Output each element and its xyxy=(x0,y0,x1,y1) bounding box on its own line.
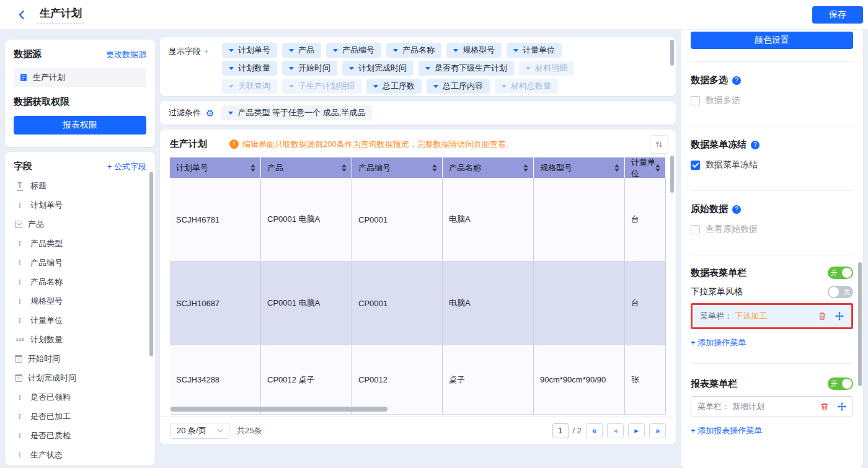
column-sort-icon[interactable] xyxy=(250,164,255,172)
column-sort-icon[interactable] xyxy=(342,164,347,172)
display-field-chip[interactable]: 产品编号 xyxy=(326,43,381,58)
display-field-chip[interactable]: 开始时间 xyxy=(282,61,337,76)
help-icon[interactable] xyxy=(751,141,760,149)
column-sort-icon[interactable] xyxy=(432,164,437,172)
display-field-chip[interactable]: 计划完成时间 xyxy=(342,61,414,76)
checkbox-unchecked[interactable] xyxy=(691,225,700,234)
raw-data-checkbox-row[interactable]: 查看原始数据 xyxy=(691,224,853,235)
table-column-header[interactable]: 计量单位 xyxy=(625,157,666,178)
display-field-chip[interactable]: 计划单号 xyxy=(222,43,277,58)
text-icon xyxy=(15,431,25,441)
checkbox-checked[interactable] xyxy=(691,161,700,170)
delete-icon[interactable] xyxy=(820,402,829,412)
next-page-button[interactable]: ▸ xyxy=(628,423,645,438)
current-page-box[interactable]: 1 xyxy=(552,423,569,438)
divider xyxy=(691,255,853,255)
table-row[interactable]: SCJH34288 CP0012 桌子 CP0012 桌子 90cm*90cm*… xyxy=(170,345,666,415)
display-field-chip[interactable]: 产品名称 xyxy=(386,43,441,58)
help-icon[interactable] xyxy=(732,205,741,214)
display-field-chip[interactable]: 总工序数 xyxy=(366,79,422,94)
display-field-chip[interactable]: 规格型号 xyxy=(446,43,502,58)
field-list-item[interactable]: 产品名称 xyxy=(14,272,146,291)
chips-scrollbar[interactable] xyxy=(670,40,674,66)
menu-freeze-checkbox-row[interactable]: 数据菜单冻结 xyxy=(691,159,853,170)
table-column-header[interactable]: 产品 xyxy=(261,157,352,178)
menu-item-name: 新增计划 xyxy=(732,401,764,412)
field-list-item[interactable]: 是否已质检 xyxy=(14,426,146,445)
add-formula-field-link[interactable]: + 公式字段 xyxy=(107,161,146,172)
last-page-button[interactable]: » xyxy=(649,423,666,438)
checkbox-unchecked[interactable] xyxy=(691,96,700,105)
report-menu-toggle-on[interactable]: 开 xyxy=(828,377,853,390)
report-menu-item-row[interactable]: 菜单栏： 新增计划 xyxy=(691,396,853,417)
add-action-menu-link[interactable]: + 添加操作菜单 xyxy=(691,337,853,348)
table-column-header[interactable]: 规格型号 xyxy=(534,157,625,178)
settings-scrollbar[interactable] xyxy=(858,262,862,386)
field-list-item[interactable]: 产品编号 xyxy=(14,253,146,272)
field-list-item[interactable]: 计划数量 xyxy=(14,330,146,349)
field-list-item[interactable]: 标题 xyxy=(14,176,146,195)
delete-icon[interactable] xyxy=(817,312,826,321)
add-display-field-button[interactable]: + xyxy=(204,46,209,56)
checkbox-label: 数据多选 xyxy=(706,95,740,106)
preview-table: 计划单号 产品 产品编号 产品名称 xyxy=(170,157,666,415)
display-field-chip[interactable]: 是否有下级生产计划 xyxy=(418,61,514,76)
field-list-item[interactable]: 生产状态 xyxy=(14,445,146,464)
color-settings-button[interactable]: 颜色设置 xyxy=(691,32,853,49)
save-button[interactable]: 保存 xyxy=(812,6,863,24)
back-icon[interactable] xyxy=(15,8,29,22)
add-report-action-menu-link[interactable]: + 添加报表操作菜单 xyxy=(691,425,853,436)
table-sort-button[interactable] xyxy=(650,135,668,154)
display-field-chip[interactable]: 材料明细 xyxy=(519,61,574,76)
multi-select-checkbox-row[interactable]: 数据多选 xyxy=(691,95,853,106)
table-row[interactable]: SCJH46781 CP0001 电脑A CP0001 电脑A 台 xyxy=(170,178,666,262)
table-column-header[interactable]: 产品编号 xyxy=(352,157,443,178)
page-size-select[interactable]: 20 条/页 xyxy=(170,423,229,439)
display-fields-label: 显示字段+ xyxy=(169,43,222,91)
column-sort-icon[interactable] xyxy=(655,164,660,172)
fields-scrollbar[interactable] xyxy=(149,172,153,356)
display-field-chip[interactable]: 子生产计划明细 xyxy=(282,79,361,94)
column-sort-icon[interactable] xyxy=(523,164,528,172)
display-field-chip[interactable]: 产品 xyxy=(282,43,321,58)
field-list-item[interactable]: 是否已领料 xyxy=(14,387,146,407)
first-page-button[interactable]: « xyxy=(586,423,603,438)
table-horizontal-scrollbar[interactable] xyxy=(170,407,388,412)
field-list-item[interactable]: 规格型号 xyxy=(14,291,146,311)
gear-icon[interactable] xyxy=(206,108,214,118)
page-title[interactable]: 生产计划 xyxy=(37,6,84,24)
prev-page-button[interactable]: ◂ xyxy=(607,423,624,438)
chevron-down-icon xyxy=(289,85,294,88)
field-list-item[interactable]: 产品类型 xyxy=(14,234,146,253)
move-icon[interactable] xyxy=(835,312,844,321)
help-icon[interactable] xyxy=(732,76,741,85)
field-list-item[interactable]: 计划完成时间 xyxy=(14,368,146,387)
report-permission-button[interactable]: 报表权限 xyxy=(14,116,146,135)
chip-row-1: 计划单号 产品 产品编号 产品名称 xyxy=(222,43,667,58)
table-vertical-scrollbar[interactable] xyxy=(670,156,674,193)
table-column-header[interactable]: 计划单号 xyxy=(170,157,261,178)
datasource-item[interactable]: 生产计划 xyxy=(14,68,146,87)
cell-product: CP0012 桌子 xyxy=(261,345,352,415)
chip-row-3: 关联查询 子生产计划明细 总工序数 总工序内容 xyxy=(222,79,667,94)
field-list-item[interactable]: 计量单位 xyxy=(14,311,146,330)
field-list-item[interactable]: 计划单号 xyxy=(14,195,146,214)
table-row[interactable]: SCJH10687 CP0001 电脑A CP0001 电脑A 台 xyxy=(170,262,666,345)
filter-condition-chip[interactable]: 产品类型 等于任意一个 成品,半成品 xyxy=(221,105,372,120)
display-field-chip[interactable]: 材料总数量 xyxy=(495,79,558,94)
dropdown-style-toggle-off[interactable]: 关 xyxy=(828,286,853,298)
display-field-chip[interactable]: 关联查询 xyxy=(222,79,277,94)
column-sort-icon[interactable] xyxy=(614,164,619,172)
display-field-chip[interactable]: 计量单位 xyxy=(507,43,562,58)
table-menu-toggle-on[interactable]: 开 xyxy=(828,267,853,279)
menu-item-prefix: 菜单栏： xyxy=(700,311,732,322)
table-menu-item-row[interactable]: 菜单栏： 下达加工 xyxy=(694,306,850,326)
table-column-header[interactable]: 产品名称 xyxy=(443,157,534,178)
change-datasource-link[interactable]: 更改数据源 xyxy=(106,49,146,60)
display-field-chip[interactable]: 总工序内容 xyxy=(427,79,490,94)
display-field-chip[interactable]: 计划数量 xyxy=(222,61,277,76)
field-list-item[interactable]: 产品 xyxy=(14,214,146,234)
field-list-item[interactable]: 是否已加工 xyxy=(14,407,146,426)
field-list-item[interactable]: 开始时间 xyxy=(14,349,146,368)
move-icon[interactable] xyxy=(837,402,846,412)
